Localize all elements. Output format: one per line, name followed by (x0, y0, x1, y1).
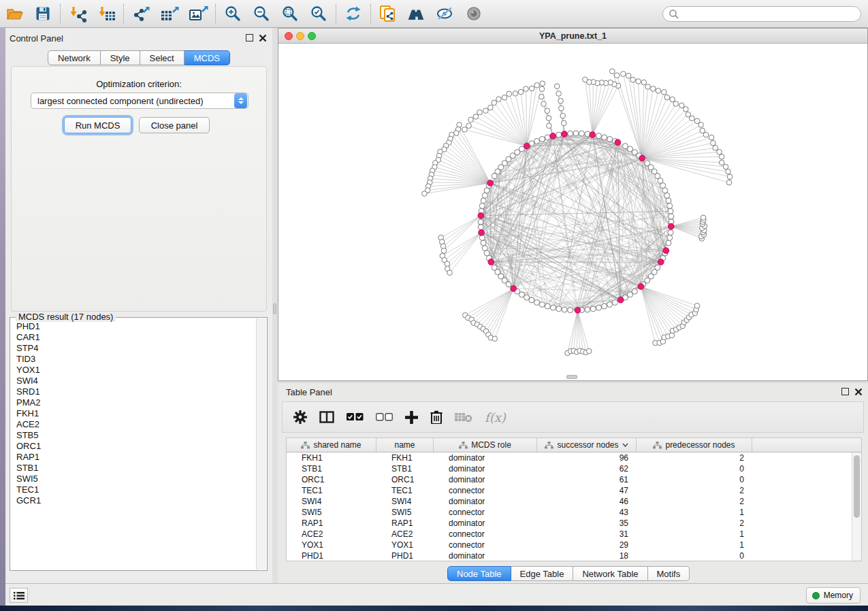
import-table-icon[interactable] (92, 1, 120, 26)
memory-button[interactable]: Memory (806, 587, 861, 604)
network-window-titlebar[interactable]: YPA_prune.txt_1 (278, 29, 867, 44)
show-columns-icon[interactable] (319, 407, 334, 427)
mcds-result-item[interactable]: SRD1 (16, 386, 256, 397)
network-canvas[interactable] (278, 44, 867, 380)
sort-descending-icon (622, 443, 628, 447)
control-panel-tabs: Network Style Select MCDS (5, 50, 272, 65)
show-graphics-icon[interactable] (460, 1, 488, 26)
column-header-successor-nodes[interactable]: successor nodes (537, 438, 637, 452)
show-panels-button[interactable] (10, 588, 28, 603)
mcds-result-item[interactable]: ORC1 (16, 441, 256, 452)
mcds-result-item[interactable]: RAP1 (16, 452, 256, 463)
criterion-select[interactable]: largest connected component (undirected) (31, 93, 248, 109)
mcds-result-item[interactable]: SWI4 (16, 376, 256, 386)
mcds-result-item[interactable]: YOX1 (16, 365, 256, 376)
column-header-filler (752, 438, 861, 452)
deselect-all-rows-icon[interactable] (376, 407, 393, 427)
mcds-result-item[interactable]: STB1 (16, 463, 256, 474)
table-cell: FKH1 (287, 453, 376, 463)
mcds-result-list[interactable]: PHD1CAR1STP4TID3YOX1SWI4SRD1PMA2FKH1ACE2… (11, 318, 256, 569)
close-panel-button[interactable]: Close panel (139, 117, 210, 133)
mcds-result-item[interactable]: FKH1 (16, 408, 256, 419)
tab-network[interactable]: Network (48, 50, 101, 65)
column-header-predecessor-nodes[interactable]: predecessor nodes (637, 438, 752, 452)
tab-edge-table[interactable]: Edge Table (511, 566, 574, 581)
table-cell: 31 (537, 529, 637, 539)
table-panel-title: Table Panel (286, 387, 332, 397)
zoom-selected-icon[interactable] (304, 1, 333, 26)
mcds-result-item[interactable]: TID3 (16, 354, 256, 365)
import-network-icon[interactable] (63, 1, 92, 26)
select-all-rows-icon[interactable] (347, 407, 364, 427)
search-field[interactable] (662, 6, 861, 22)
hide-graphics-icon[interactable] (431, 1, 460, 26)
mcds-result-item[interactable]: STB5 (16, 430, 256, 441)
canvas-grip[interactable] (566, 375, 577, 379)
float-table-panel-icon[interactable] (841, 388, 850, 396)
export-image-icon[interactable] (184, 1, 212, 26)
tab-style[interactable]: Style (101, 50, 140, 65)
table-row[interactable]: ACE2ACE2connector311 (287, 529, 861, 540)
delete-column-icon[interactable] (430, 407, 443, 427)
table-row[interactable]: RAP1RAP1dominator352 (287, 518, 861, 529)
column-header-mcds-role[interactable]: MCDS role (434, 438, 537, 452)
clone-network-icon[interactable] (374, 1, 402, 26)
table-cell: RAP1 (287, 518, 376, 528)
table-cell: PHD1 (376, 551, 434, 561)
main-toolbar (0, 0, 868, 28)
table-row[interactable]: ORC1ORC1dominator610 (287, 474, 861, 485)
close-panel-icon[interactable] (259, 34, 267, 42)
mcds-result-item[interactable]: SWI5 (16, 474, 256, 484)
table-row[interactable]: SWI5SWI5connector431 (287, 507, 861, 518)
run-mcds-button[interactable]: Run MCDS (64, 117, 131, 133)
tab-network-table[interactable]: Network Table (573, 566, 647, 581)
save-session-icon[interactable] (29, 1, 57, 26)
table-row[interactable]: SWI4SWI4dominator462 (287, 496, 861, 507)
mcds-result-item[interactable]: ACE2 (16, 419, 256, 430)
zoom-fit-icon[interactable] (276, 1, 304, 26)
tab-select[interactable]: Select (140, 50, 184, 65)
table-row[interactable]: STB1STB1dominator620 (287, 463, 861, 474)
table-scrollbar-thumb[interactable] (854, 455, 860, 518)
mcds-list-scrollbar[interactable] (256, 318, 266, 569)
float-panel-icon[interactable] (246, 34, 254, 42)
table-row[interactable]: PHD1PHD1dominator180 (287, 550, 861, 561)
mcds-result-item[interactable]: TEC1 (16, 484, 256, 495)
export-network-icon[interactable] (127, 1, 155, 26)
column-header-name[interactable]: name (376, 438, 434, 452)
mcds-result-item[interactable]: PHD1 (16, 321, 256, 332)
panel-splitter-vertical[interactable] (272, 28, 278, 583)
tab-motifs[interactable]: Motifs (648, 566, 690, 581)
column-header-shared-name[interactable]: shared name (287, 438, 376, 452)
table-cell: TEC1 (287, 486, 376, 495)
table-panel-tabs: Node Table Edge Table Network Table Moti… (447, 566, 690, 581)
mcds-result-item[interactable]: CAR1 (16, 332, 256, 343)
select-stepper-icon (234, 93, 247, 108)
search-icon (669, 9, 679, 20)
tab-node-table[interactable]: Node Table (447, 566, 511, 581)
table-cell: 47 (537, 486, 637, 495)
search-input[interactable] (679, 10, 861, 19)
table-cell: YOX1 (287, 540, 376, 550)
table-settings-gear-icon[interactable] (293, 407, 307, 427)
refresh-icon[interactable] (339, 1, 368, 26)
open-session-icon[interactable] (0, 1, 29, 26)
table-scrollbar[interactable] (852, 452, 861, 561)
zoom-out-icon[interactable] (247, 1, 276, 26)
table-row[interactable]: FKH1FKH1dominator962 (287, 452, 861, 463)
export-table-icon[interactable] (155, 1, 184, 26)
memory-label: Memory (824, 591, 853, 600)
table-row[interactable]: YOX1YOX1connector291 (287, 540, 861, 550)
mcds-result-item[interactable]: PMA2 (16, 397, 256, 408)
tab-mcds[interactable]: MCDS (184, 50, 230, 65)
mcds-result-item[interactable]: STP4 (16, 343, 256, 354)
mcds-result-item[interactable]: GCR1 (16, 495, 256, 506)
table-row[interactable]: TEC1TEC1connector472 (287, 485, 861, 496)
add-column-icon[interactable] (405, 407, 418, 427)
zoom-in-icon[interactable] (219, 1, 247, 26)
close-table-panel-icon[interactable] (854, 388, 863, 396)
mcds-options-panel: Optimization criterion: largest connecte… (11, 66, 267, 312)
binoculars-icon[interactable] (402, 1, 431, 26)
table-cell: connector (434, 540, 537, 550)
table-cell: YOX1 (376, 540, 434, 550)
